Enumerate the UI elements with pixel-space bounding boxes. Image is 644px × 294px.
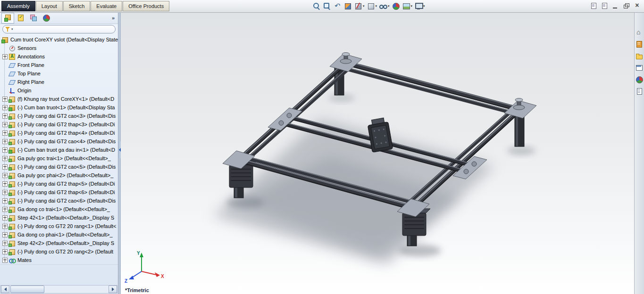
tree-item[interactable]: Ga puly goc phai<2> (Default<<Default>_ <box>0 171 118 180</box>
filter-funnel-icon <box>5 26 11 32</box>
chevron-down-icon[interactable]: ▾ <box>411 4 413 8</box>
expand-icon[interactable] <box>2 181 8 187</box>
expand-icon[interactable] <box>2 105 8 110</box>
tree-item[interactable]: (-) Puly cang dai GT2 thap<4> (Default<D… <box>0 129 118 137</box>
expand-icon[interactable] <box>2 114 8 119</box>
view-settings-button[interactable]: ▾ <box>413 0 426 12</box>
tree-item[interactable]: Front Plane <box>0 61 118 69</box>
tree-item[interactable]: (-) Puly cang dai GT2 cao<3> (Default<Di… <box>0 112 118 120</box>
expand-icon[interactable] <box>2 232 8 237</box>
new-window-button[interactable] <box>600 1 610 10</box>
configurationmanager-tab[interactable] <box>27 13 40 24</box>
expand-icon[interactable] <box>2 241 8 246</box>
minimize-button[interactable] <box>611 1 620 10</box>
tree-item[interactable]: (f) Khung ray truot CoreXY<1> (Default<D <box>0 95 118 103</box>
tree-item[interactable]: Right Plane <box>0 78 118 86</box>
scroll-track[interactable] <box>9 286 109 293</box>
collapse-arrow-icon <box>119 148 121 152</box>
collapse-document-button[interactable] <box>589 1 599 10</box>
commandmanager-tabs: AssemblyLayoutSketchEvaluateOffice Produ… <box>1 1 170 11</box>
tree-item[interactable]: (-) Puly cang dai GT2 thap<3> (Default<D… <box>0 120 118 129</box>
zoom-area-button[interactable]: ▾ <box>322 0 332 12</box>
expand-icon[interactable] <box>2 122 8 127</box>
hide-show-items-button[interactable]: ▾ <box>378 0 391 12</box>
view-palette-button[interactable] <box>635 64 644 72</box>
appearances-button[interactable] <box>635 75 644 84</box>
tree-item[interactable]: Annotations <box>0 52 118 61</box>
panel-splitter[interactable] <box>118 12 121 294</box>
tree-item[interactable]: Origin <box>0 86 118 95</box>
zoom-fit-button[interactable]: ▾ <box>311 0 322 12</box>
tree-item[interactable]: (-) Puly cang dai GT2 cao<6> (Default<Di… <box>0 196 118 205</box>
tree-item[interactable]: Step 42<2> (Default<<Default>_Display S <box>0 239 118 247</box>
previous-view-button[interactable]: ▾ <box>332 0 343 12</box>
filter-dropdown-icon[interactable]: ▾ <box>11 27 13 31</box>
close-button[interactable] <box>633 1 642 10</box>
resources-button[interactable] <box>635 28 644 37</box>
tree-item[interactable]: Cum truot CoreXY vslot (Default<Display … <box>0 35 118 44</box>
tree-item[interactable]: Mates <box>0 256 118 264</box>
tree-item-icon <box>9 206 15 212</box>
edit-appearance-button[interactable]: ▾ <box>391 0 401 12</box>
tree-item[interactable]: Ga dong co trai<1> (Default<<Default>_ <box>0 205 118 213</box>
expand-icon[interactable] <box>2 258 8 263</box>
scroll-right-button[interactable] <box>109 286 117 293</box>
tab-sketch[interactable]: Sketch <box>63 1 91 11</box>
tab-layout[interactable]: Layout <box>36 1 63 11</box>
propertymanager-tab[interactable] <box>14 13 27 24</box>
expand-icon[interactable] <box>2 139 8 144</box>
featuremanager-tab[interactable] <box>1 13 14 24</box>
tree-item[interactable]: (-) Cum ban truot<1> (Default<Display St… <box>0 103 118 112</box>
expand-icon[interactable] <box>2 156 8 161</box>
displaymanager-tab[interactable] <box>40 13 52 24</box>
tree-item-icon <box>2 37 8 43</box>
expand-icon[interactable] <box>2 131 8 136</box>
expand-icon[interactable] <box>2 224 8 229</box>
expand-icon[interactable] <box>2 190 8 195</box>
view-orientation-button[interactable]: ▾ <box>343 0 353 12</box>
tab-assembly[interactable]: Assembly <box>1 1 35 11</box>
tree-item[interactable]: Ga dong co phai<1> (Default<<Default>_ <box>0 230 118 239</box>
tree-item[interactable]: Ga puly goc trai<1> (Default<<Default>_ <box>0 154 118 163</box>
tree-item[interactable]: (-) Puly cang dai GT2 cao<4> (Default<Di… <box>0 137 118 146</box>
graphics-area[interactable]: Y X Z *Trimetric <box>121 12 635 294</box>
chevron-down-icon[interactable]: ▾ <box>363 4 365 8</box>
expand-icon[interactable] <box>2 147 8 153</box>
tree-item[interactable]: Step 42<1> (Default<<Default>_Display S <box>0 213 118 222</box>
tree-item-icon <box>9 164 15 170</box>
expand-icon[interactable] <box>2 249 8 254</box>
scroll-thumb[interactable] <box>10 286 44 293</box>
expand-icon[interactable] <box>2 97 8 102</box>
tree-item[interactable]: (-) Cum ban truot ga dau in<1> (Default<… <box>0 146 118 154</box>
display-style-button[interactable]: ▾ <box>366 0 378 12</box>
file-explorer-button[interactable] <box>635 52 644 60</box>
chevron-down-icon[interactable]: ▾ <box>388 4 390 8</box>
expand-icon[interactable] <box>2 173 8 178</box>
custom-properties-button[interactable] <box>635 87 644 96</box>
restore-button[interactable] <box>622 1 631 10</box>
panel-collapse-button[interactable] <box>118 141 121 158</box>
chevron-down-icon[interactable]: ▾ <box>423 4 425 8</box>
apply-scene-button[interactable]: ▾ <box>401 0 414 12</box>
tree-item[interactable]: (-) Puly cang dai GT2 thap<5> (Default<D… <box>0 180 118 188</box>
section-view-button[interactable]: ▾ <box>353 0 366 12</box>
tab-evaluate[interactable]: Evaluate <box>91 1 122 11</box>
tree-item[interactable]: Top Plane <box>0 69 118 78</box>
tree-item[interactable]: (-) Puly dong co GT2 20 rang<1> (Default… <box>0 222 118 230</box>
tree-item[interactable]: (-) Puly cang dai GT2 thap<6> (Default<D… <box>0 188 118 196</box>
chevron-down-icon[interactable]: ▾ <box>376 4 377 8</box>
expand-icon[interactable] <box>2 207 8 212</box>
tree-filter-input[interactable]: ▾ <box>2 25 116 33</box>
expand-icon[interactable] <box>2 164 8 170</box>
tree-item[interactable]: (-) Puly dong co GT2 20 rang<2> (Default <box>0 247 118 256</box>
tab-office-products[interactable]: Office Products <box>123 1 169 11</box>
expand-icon[interactable] <box>2 215 8 220</box>
scroll-left-button[interactable] <box>1 286 9 293</box>
expand-icon[interactable] <box>2 54 8 59</box>
tree-item[interactable]: (-) Puly cang dai GT2 cao<5> (Default<Di… <box>0 163 118 171</box>
tree-hscrollbar[interactable] <box>0 285 117 294</box>
design-library-button[interactable] <box>635 40 644 49</box>
tree-item[interactable]: Sensors <box>0 44 118 52</box>
expand-icon[interactable] <box>2 198 8 204</box>
panel-overflow-button[interactable]: » <box>112 15 117 21</box>
